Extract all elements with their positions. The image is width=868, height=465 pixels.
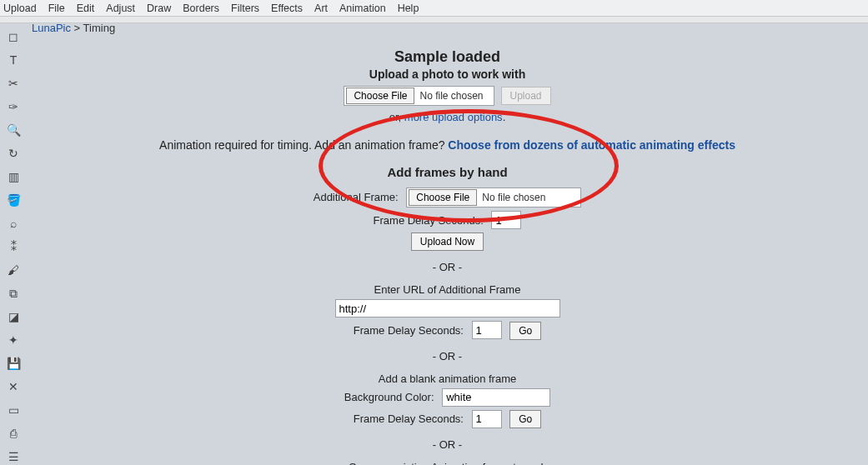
blank-section-title: Add a blank animation frame (27, 372, 868, 385)
or-upload-options: or, more upload options. (27, 111, 868, 123)
animation-required-text: Animation required for timing. Add an an… (27, 138, 868, 152)
additional-frame-file-control[interactable]: Choose File No file chosen (406, 188, 581, 208)
or-separator-2: - OR - (27, 350, 868, 362)
choose-file-button[interactable]: Choose File (346, 88, 414, 104)
rotate-icon[interactable]: ↻ (5, 145, 22, 162)
pen-icon[interactable]: ✑ (5, 98, 22, 115)
print-icon[interactable]: ⎙ (5, 425, 22, 442)
grid-icon[interactable]: ▥ (5, 168, 22, 185)
additional-frame-label: Additional Frame: (314, 191, 399, 203)
frame-delay-input-1[interactable] (491, 211, 521, 229)
menu-animation[interactable]: Animation (339, 2, 386, 14)
brush-icon[interactable]: 🖌 (5, 262, 22, 278)
more-upload-options-link[interactable]: more upload options (404, 111, 503, 123)
or-separator-3: - OR - (27, 438, 868, 451)
additional-choose-file-button[interactable]: Choose File (409, 189, 477, 206)
upload-file-control[interactable]: Choose File No file chosen (344, 86, 494, 106)
add-frames-by-hand-heading: Add frames by hand (27, 165, 868, 179)
frame-url-input[interactable] (335, 299, 560, 318)
menu-borders[interactable]: Borders (183, 2, 219, 14)
upload-prompt: Upload a photo to work with (27, 68, 868, 81)
bg-color-input[interactable] (442, 388, 550, 407)
dropper-icon[interactable]: ⌕ (5, 215, 22, 232)
frame-delay-label-2: Frame Delay Seconds: (354, 324, 464, 337)
eraser-icon[interactable]: ◪ (5, 308, 22, 325)
frame-delay-label-1: Frame Delay Seconds: (374, 214, 484, 227)
text-icon[interactable]: T (5, 52, 22, 68)
page-icon[interactable]: ▭ (5, 402, 22, 418)
url-section-title: Enter URL of Additional Frame (27, 283, 868, 296)
blank-go-button[interactable]: Go (509, 410, 541, 428)
left-toolbar: ◻T✂✑🔍↻▥🪣⌕⁑🖌⧉◪✦💾✕▭⎙☰⿻╱▢○ (0, 23, 27, 465)
url-go-button[interactable]: Go (509, 322, 541, 340)
cut-icon[interactable]: ✂ (5, 75, 22, 92)
marquee-icon[interactable]: ◻ (5, 28, 22, 45)
menu-art[interactable]: Art (314, 2, 328, 14)
main-content: Sample loaded Upload a photo to work wit… (27, 23, 868, 465)
no-file-chosen-label: No file chosen (416, 90, 493, 102)
clone-icon[interactable]: ⧉ (5, 285, 22, 302)
close-icon[interactable]: ✕ (5, 378, 22, 395)
upload-button[interactable]: Upload (501, 87, 551, 105)
copy-section-title: Copy an existing Animation frame to end: (27, 461, 868, 465)
menubar: Upload File Edit Adjust Draw Borders Fil… (0, 0, 868, 17)
menu-file[interactable]: File (48, 2, 65, 14)
additional-no-file-label: No file chosen (479, 192, 555, 203)
sample-loaded-heading: Sample loaded (27, 48, 868, 66)
menu-effects[interactable]: Effects (271, 2, 303, 14)
bg-color-label: Background Color: (344, 391, 434, 403)
frame-delay-input-2[interactable] (472, 321, 502, 339)
menu-adjust[interactable]: Adjust (106, 2, 135, 14)
auto-effects-link[interactable]: Choose from dozens of automatic animatin… (448, 138, 735, 152)
bucket-icon[interactable]: 🪣 (5, 192, 22, 208)
or-separator-1: - OR - (27, 261, 868, 273)
effect-icon[interactable]: ✦ (5, 332, 22, 348)
layers-icon[interactable]: ☰ (5, 448, 22, 465)
frame-delay-label-3: Frame Delay Seconds: (354, 412, 464, 425)
menu-edit[interactable]: Edit (77, 2, 95, 14)
frame-delay-input-3[interactable] (472, 410, 502, 428)
menu-draw[interactable]: Draw (147, 2, 171, 14)
ruler (0, 17, 868, 23)
upload-now-button[interactable]: Upload Now (411, 232, 484, 251)
wand-icon[interactable]: ⁑ (5, 238, 22, 255)
menu-filters[interactable]: Filters (231, 2, 259, 14)
menu-upload[interactable]: Upload (3, 2, 37, 14)
menu-help[interactable]: Help (398, 2, 419, 14)
save-icon[interactable]: 💾 (5, 355, 22, 372)
zoom-icon[interactable]: 🔍 (5, 122, 22, 138)
